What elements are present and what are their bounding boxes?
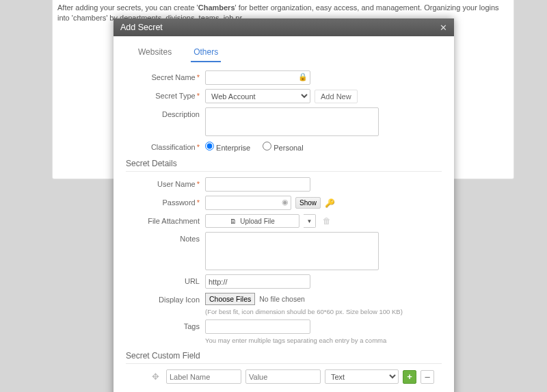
password-input[interactable]	[205, 196, 291, 210]
label-password: Password*	[126, 196, 205, 207]
label-secret-name: Secret Name*	[126, 70, 205, 81]
modal-title: Add Secret	[120, 23, 440, 32]
modal-body: Websites Others Secret Name* 🔒 Secret Ty…	[114, 36, 454, 392]
label-file-attachment: File Attachment	[126, 214, 205, 225]
choose-files-button[interactable]: Choose Files	[205, 293, 255, 305]
section-secret-details: Secret Details	[126, 159, 442, 172]
classification-personal[interactable]: Personal	[263, 142, 303, 152]
classification-enterprise[interactable]: Enterprise	[205, 142, 250, 152]
label-notes: Notes	[126, 232, 205, 243]
add-field-button[interactable]: +	[403, 370, 416, 384]
upload-file-button[interactable]: 🗎 Upload File	[205, 214, 299, 228]
label-display-icon: Display Icon	[126, 293, 205, 304]
label-secret-type: Secret Type*	[126, 89, 205, 100]
eye-icon[interactable]: ◉	[282, 198, 289, 207]
label-classification: Classification*	[126, 140, 205, 151]
tab-others[interactable]: Others	[191, 44, 221, 62]
remove-field-button[interactable]: –	[421, 370, 434, 384]
upload-file-dropdown[interactable]: ▼	[304, 214, 316, 228]
drag-handle-icon[interactable]: ✥	[152, 371, 159, 382]
modal-header: Add Secret ✕	[114, 18, 454, 36]
custom-value-input[interactable]	[245, 369, 321, 384]
display-icon-hint: (For best fit, icon dimension should be …	[205, 308, 403, 315]
description-input[interactable]	[205, 107, 379, 136]
tags-input[interactable]	[205, 319, 310, 334]
tab-websites[interactable]: Websites	[135, 44, 174, 62]
secret-type-select[interactable]: Web Account	[205, 89, 310, 103]
custom-field-row: ✥ Text + –	[152, 369, 442, 384]
no-file-chosen: No file chosen	[259, 295, 305, 303]
lock-icon: 🔒	[298, 73, 308, 81]
custom-label-input[interactable]	[166, 369, 241, 384]
tags-hint: You may enter multiple tags separating e…	[205, 337, 386, 344]
bg-text-bold: Chambers	[198, 3, 235, 12]
secret-name-input[interactable]	[205, 70, 310, 85]
close-icon[interactable]: ✕	[440, 23, 447, 33]
generate-password-icon[interactable]: 🔑	[325, 198, 335, 208]
trash-icon[interactable]: 🗑	[323, 216, 331, 226]
tab-bar: Websites Others	[135, 44, 442, 62]
label-description: Description	[126, 107, 205, 118]
upload-icon: 🗎	[230, 218, 237, 225]
bg-text-pre: After adding your secrets, you can creat…	[57, 3, 198, 12]
add-secret-modal: Add Secret ✕ Websites Others Secret Name…	[114, 18, 454, 392]
url-input[interactable]	[205, 274, 310, 289]
add-new-type-button[interactable]: Add New	[315, 90, 358, 103]
label-url: URL	[126, 274, 205, 285]
custom-type-select[interactable]: Text	[325, 369, 399, 384]
user-name-input[interactable]	[205, 177, 310, 192]
section-custom-field: Secret Custom Field	[126, 351, 442, 364]
label-user-name: User Name*	[126, 177, 205, 188]
notes-input[interactable]	[205, 232, 379, 270]
show-password-button[interactable]: Show	[295, 197, 321, 209]
label-tags: Tags	[126, 319, 205, 330]
